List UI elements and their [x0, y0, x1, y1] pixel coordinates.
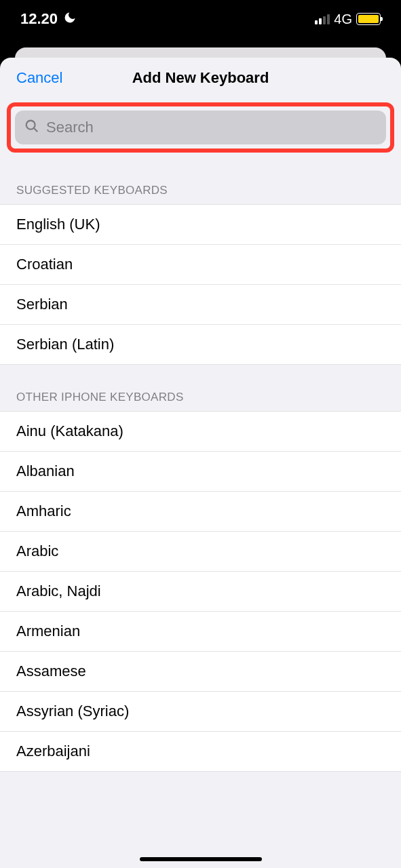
battery-icon	[356, 13, 381, 25]
status-bar: 12.20 4G	[0, 0, 401, 38]
status-time: 12.20	[20, 10, 58, 28]
page-title: Add New Keyboard	[132, 69, 269, 87]
do-not-disturb-icon	[63, 11, 77, 28]
search-bar[interactable]	[15, 111, 386, 144]
list-item[interactable]: Serbian	[0, 285, 401, 325]
list-item[interactable]: Serbian (Latin)	[0, 325, 401, 365]
other-keyboards-list: Ainu (Katakana) Albanian Amharic Arabic …	[0, 411, 401, 772]
nav-bar: Cancel Add New Keyboard	[0, 58, 401, 98]
section-header-suggested: SUGGESTED KEYBOARDS	[0, 158, 401, 204]
svg-point-0	[26, 121, 35, 130]
home-indicator[interactable]	[140, 857, 262, 861]
list-item[interactable]: Assamese	[0, 652, 401, 692]
status-left: 12.20	[20, 10, 77, 28]
suggested-keyboards-list: English (UK) Croatian Serbian Serbian (L…	[0, 204, 401, 365]
network-type: 4G	[334, 12, 352, 27]
list-item[interactable]: Amharic	[0, 492, 401, 532]
signal-icon	[315, 14, 330, 24]
list-item[interactable]: Ainu (Katakana)	[0, 412, 401, 452]
list-item[interactable]: English (UK)	[0, 205, 401, 245]
modal-sheet: Cancel Add New Keyboard SUGGESTED KEYBOA…	[0, 58, 401, 868]
list-item[interactable]: Arabic, Najdi	[0, 572, 401, 612]
search-input[interactable]	[46, 119, 377, 136]
list-item[interactable]: Azerbaijani	[0, 732, 401, 772]
search-highlight-box	[7, 102, 394, 153]
cancel-button[interactable]: Cancel	[16, 69, 62, 87]
list-item[interactable]: Armenian	[0, 612, 401, 652]
list-item[interactable]: Arabic	[0, 532, 401, 572]
section-header-other: OTHER IPHONE KEYBOARDS	[0, 365, 401, 411]
list-item[interactable]: Albanian	[0, 452, 401, 492]
list-item[interactable]: Croatian	[0, 245, 401, 285]
search-icon	[24, 119, 39, 136]
svg-line-1	[34, 128, 38, 132]
status-right: 4G	[315, 12, 381, 27]
list-item[interactable]: Assyrian (Syriac)	[0, 692, 401, 732]
